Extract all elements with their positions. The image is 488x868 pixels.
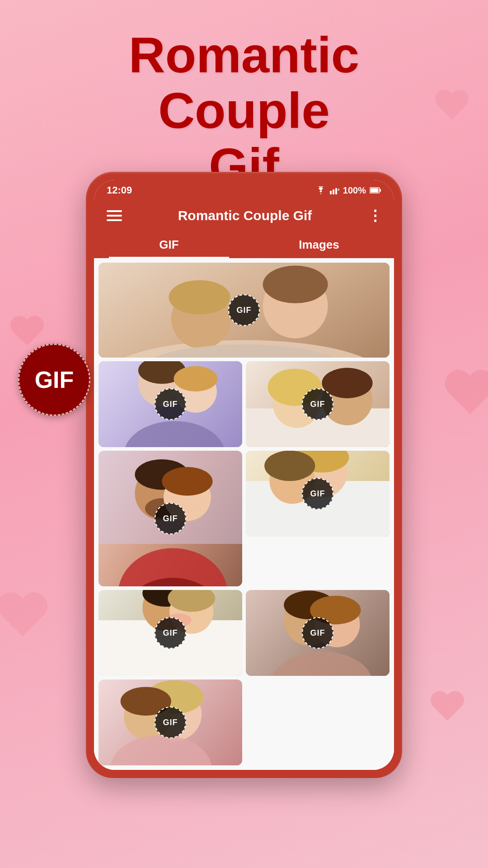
svg-point-18 [174, 366, 217, 392]
gif-badge-4: GIF [155, 503, 186, 534]
status-bar: 12:09 4G 100 [94, 180, 394, 200]
signal-icon: 4G [329, 186, 339, 194]
grid-item-2[interactable]: GIF [99, 361, 242, 447]
hamburger-line-1 [107, 210, 122, 212]
svg-point-11 [263, 266, 328, 303]
grid-item-7[interactable]: GIF [246, 590, 389, 676]
gif-badge-1: GIF [228, 294, 260, 326]
svg-point-40 [264, 451, 315, 481]
phone-screen: 12:09 4G 100 [94, 180, 394, 770]
svg-text:4G: 4G [338, 188, 339, 192]
hamburger-line-3 [107, 219, 122, 221]
grid-item-5[interactable]: GIF [246, 451, 389, 537]
hamburger-menu-button[interactable] [107, 210, 122, 221]
page-title: Romantic Couple Gif [0, 27, 488, 194]
status-time: 12:09 [107, 184, 132, 196]
svg-rect-5 [380, 189, 381, 192]
gif-badge-6: GIF [155, 617, 186, 649]
gif-badge-7: GIF [302, 617, 333, 649]
svg-rect-2 [335, 188, 337, 194]
phone-frame: 12:09 4G 100 [86, 172, 402, 778]
app-bar-title: Romantic Couple Gif [178, 208, 312, 223]
wifi-icon [316, 186, 326, 194]
tab-images[interactable]: Images [244, 231, 394, 258]
gif-badge-3: GIF [302, 388, 333, 420]
grid-item-4[interactable]: GIF [99, 451, 242, 586]
battery-icon [370, 187, 381, 194]
content-area: GIF [94, 258, 394, 770]
gif-badge-5: GIF [302, 478, 333, 509]
grid-item-6[interactable]: GIF [99, 590, 242, 676]
gif-badge-8: GIF [155, 707, 186, 738]
hamburger-line-2 [107, 215, 122, 217]
phone-wrapper: GIF 12:09 [36, 172, 452, 841]
grid-item-3[interactable]: GIF [246, 361, 389, 447]
svg-point-12 [169, 280, 230, 315]
gif-grid: GIF [99, 263, 389, 765]
svg-point-32 [162, 467, 212, 496]
svg-rect-6 [371, 189, 379, 193]
grid-item-1[interactable]: GIF [99, 263, 389, 358]
svg-rect-1 [333, 189, 334, 194]
tab-bar: GIF Images [94, 231, 394, 258]
more-options-button[interactable]: ⋮ [368, 207, 381, 224]
battery-text: 100% [343, 185, 366, 196]
status-right-icons: 4G 100% [316, 185, 381, 196]
app-bar: Romantic Couple Gif ⋮ [94, 200, 394, 231]
tab-gif[interactable]: GIF [94, 231, 244, 258]
grid-item-8[interactable]: GIF [99, 679, 242, 765]
svg-rect-0 [330, 191, 332, 194]
gif-badge-2: GIF [155, 388, 186, 420]
gif-badge-large: GIF [18, 344, 90, 416]
